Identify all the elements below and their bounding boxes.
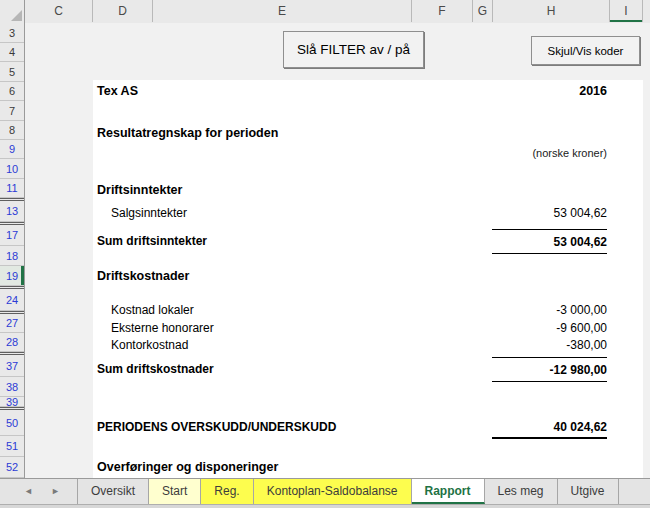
column-header-band: CDEFGHI xyxy=(0,0,650,24)
cell-label[interactable]: Resultatregnskap for perioden xyxy=(97,124,278,143)
cell-value[interactable]: 53 004,62 xyxy=(492,204,607,223)
row-header-5[interactable]: 5 xyxy=(0,62,24,82)
cell-value[interactable]: -380,00 xyxy=(492,336,607,355)
column-header-i[interactable]: I xyxy=(610,0,643,22)
row-header-37[interactable]: 37 xyxy=(0,355,24,377)
cell-label[interactable]: Kontorkostnad xyxy=(111,336,188,355)
row-header-11[interactable]: 11 xyxy=(0,179,24,198)
row-header-4[interactable]: 4 xyxy=(0,43,24,62)
cell-value[interactable]: -12 980,00 xyxy=(492,357,607,382)
filter-toggle-button[interactable]: Slå FILTER av / på xyxy=(283,31,424,68)
report-row: Resultatregnskap for perioden xyxy=(93,124,643,143)
sheet-tabs: ◄ ► OversiktStartReg.Kontoplan-Saldobala… xyxy=(0,479,650,504)
row-header-24[interactable]: 24 xyxy=(0,290,24,311)
hidden-rows-marker xyxy=(0,286,24,289)
cell-label[interactable]: Sum driftsinntekter xyxy=(97,229,207,254)
cell-label[interactable]: Kostnad lokaler xyxy=(111,301,194,320)
row-header-38[interactable]: 38 xyxy=(0,377,24,397)
sheet-tab-start[interactable]: Start xyxy=(149,479,201,504)
report-row: Sum driftsinntekter53 004,62 xyxy=(93,229,643,254)
cell-label[interactable]: Salgsinntekter xyxy=(111,204,187,223)
row-header-9[interactable]: 9 xyxy=(0,140,24,159)
row-header-50[interactable]: 50 xyxy=(0,410,24,436)
tab-scroll-right-icon[interactable]: ► xyxy=(51,487,60,496)
report-row: Driftskostnader xyxy=(93,267,643,286)
tab-bar-bottom-strip xyxy=(0,504,650,508)
cell-label[interactable]: Sum driftskostnader xyxy=(97,357,214,382)
row-header-10[interactable]: 10 xyxy=(0,159,24,179)
row-header-52[interactable]: 52 xyxy=(0,457,24,478)
tab-scroll-left-icon[interactable]: ◄ xyxy=(24,487,33,496)
cell-label[interactable]: Driftskostnader xyxy=(97,267,189,286)
report-canvas: Tex AS2016Resultatregnskap for perioden(… xyxy=(93,80,643,478)
tab-nav: ◄ ► xyxy=(0,479,78,504)
sheet-tab-kontoplan-saldobalanse[interactable]: Kontoplan-Saldobalanse xyxy=(254,479,412,504)
row-header-39[interactable]: 39 xyxy=(0,397,24,407)
row-header-18[interactable]: 18 xyxy=(0,246,24,266)
sheet-tab-utgive[interactable]: Utgive xyxy=(558,479,619,504)
report-row: Tex AS2016 xyxy=(93,82,643,101)
row-header-band: 3456789101113171819242728373839505152 xyxy=(0,23,25,478)
row-header-27[interactable]: 27 xyxy=(0,314,24,333)
report-row: PERIODENS OVERSKUDD/UNDERSKUDD40 024,62 xyxy=(93,417,643,439)
cell-value[interactable]: (norske kroner) xyxy=(492,145,607,161)
cell-value[interactable]: -3 000,00 xyxy=(492,301,607,320)
sheet-area: Slå FILTER av / på Skjul/Vis koder Tex A… xyxy=(25,23,650,478)
cell-label[interactable]: Driftsinntekter xyxy=(97,181,182,200)
select-all-corner[interactable] xyxy=(0,0,25,23)
cell-label[interactable]: PERIODENS OVERSKUDD/UNDERSKUDD xyxy=(97,417,336,437)
row-header-28[interactable]: 28 xyxy=(0,333,24,352)
column-header-h[interactable]: H xyxy=(493,0,610,22)
report-row: (norske kroner) xyxy=(93,145,643,161)
row-header-13[interactable]: 13 xyxy=(0,201,24,222)
sheet-tab-oversikt[interactable]: Oversikt xyxy=(78,479,149,504)
row-header-3[interactable]: 3 xyxy=(0,23,24,43)
column-header-d[interactable]: D xyxy=(93,0,153,22)
cell-value[interactable]: 2016 xyxy=(492,82,607,101)
sheet-tab-rapport[interactable]: Rapport xyxy=(412,479,485,504)
sheet-tab-les-meg[interactable]: Les meg xyxy=(485,479,558,504)
cell-value[interactable]: 53 004,62 xyxy=(492,229,607,254)
report-row: Kontorkostnad-380,00 xyxy=(93,336,643,355)
column-header-g[interactable]: G xyxy=(473,0,493,22)
row-header-51[interactable]: 51 xyxy=(0,436,24,457)
report-row: Sum driftskostnader-12 980,00 xyxy=(93,357,643,382)
row-header-17[interactable]: 17 xyxy=(0,225,24,246)
sheet-tab-bar: ◄ ► OversiktStartReg.Kontoplan-Saldobala… xyxy=(0,478,650,508)
select-all-triangle-icon xyxy=(11,10,22,21)
column-header-c[interactable]: C xyxy=(25,0,93,22)
cell-value[interactable]: 40 024,62 xyxy=(492,417,607,439)
column-header-f[interactable]: F xyxy=(412,0,473,22)
sheet-tab-reg-[interactable]: Reg. xyxy=(201,479,253,504)
show-hide-codes-button[interactable]: Skjul/Vis koder xyxy=(531,36,640,65)
row-header-19[interactable]: 19 xyxy=(0,266,24,286)
report-row: Kostnad lokaler-3 000,00 xyxy=(93,301,643,320)
report-row: Salgsinntekter53 004,62 xyxy=(93,204,643,223)
cell-label[interactable]: Tex AS xyxy=(97,82,138,101)
row-header-6[interactable]: 6 xyxy=(0,82,24,101)
row-header-7[interactable]: 7 xyxy=(0,101,24,121)
row-header-8[interactable]: 8 xyxy=(0,121,24,140)
column-header-e[interactable]: E xyxy=(153,0,412,22)
report-row: Driftsinntekter xyxy=(93,181,643,200)
cell-label[interactable]: Overføringer og disponeringer xyxy=(97,458,278,477)
report-row: Overføringer og disponeringer xyxy=(93,458,643,477)
